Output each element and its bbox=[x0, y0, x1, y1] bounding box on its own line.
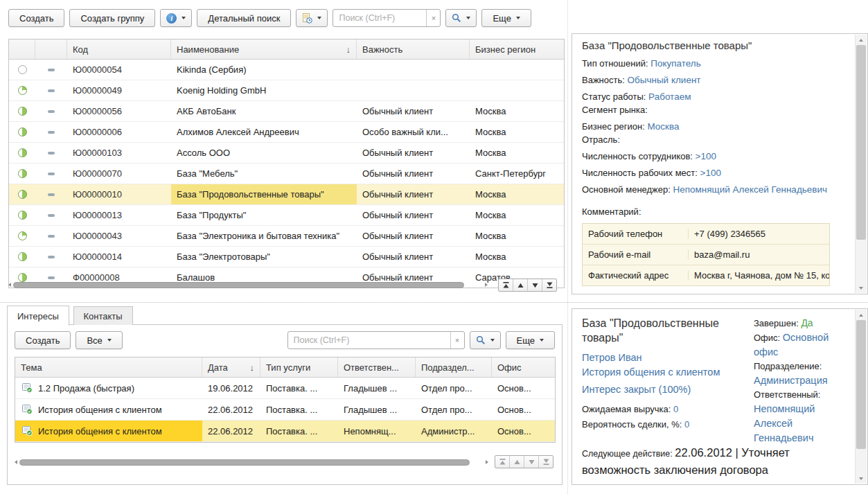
scroll-up-icon[interactable] bbox=[856, 310, 867, 320]
scroll-track[interactable] bbox=[856, 320, 867, 473]
sort-descending-icon: ↓ bbox=[250, 362, 255, 373]
service-cell: Поставка. ... bbox=[260, 399, 338, 420]
contact-row[interactable]: Рабочий телефон +7 (499) 2346565 bbox=[583, 224, 829, 245]
field-value-link[interactable]: Покупатель bbox=[650, 58, 701, 69]
field-value-link[interactable]: Обычный клиент bbox=[627, 75, 700, 85]
status-cell bbox=[9, 107, 35, 116]
table-row[interactable]: Ю00000014 База "Электротовары" Обычный к… bbox=[9, 247, 564, 267]
responsible-label: Ответственный: bbox=[754, 389, 820, 400]
more-button[interactable]: Еще bbox=[506, 331, 555, 349]
vertical-splitter[interactable] bbox=[567, 0, 568, 494]
go-last-button[interactable] bbox=[539, 456, 553, 468]
field-relation-type: Тип отношений: Покупатель bbox=[582, 58, 849, 69]
department-column-header[interactable]: Подраздел... bbox=[416, 358, 492, 377]
filter-all-button[interactable]: Все bbox=[76, 331, 122, 349]
field-value-link[interactable]: >100 bbox=[700, 168, 721, 178]
tab-interests[interactable]: Интересы bbox=[7, 306, 69, 326]
name-column-header[interactable]: Наименование ↓ bbox=[171, 39, 357, 59]
table-row[interactable]: Ю00000049 Koenig Holding GmbH bbox=[9, 80, 564, 101]
contact-person-link[interactable]: Петров Иван bbox=[582, 352, 642, 363]
table-row-selected[interactable]: История общения с клиентом 22.06.2012 По… bbox=[15, 421, 555, 442]
create-group-button[interactable]: Создать группу bbox=[69, 9, 155, 27]
create-interest-button[interactable]: Создать bbox=[15, 331, 71, 349]
responsible-value-link[interactable]: Непомнящий Алексей Геннадьевич bbox=[754, 403, 815, 443]
scroll-track[interactable] bbox=[856, 45, 867, 283]
code-cell: Ю00000103 bbox=[67, 148, 171, 158]
scroll-left-icon[interactable] bbox=[8, 283, 11, 287]
more-button[interactable]: Еще bbox=[481, 9, 531, 27]
interest-state-link[interactable]: Интерес закрыт (100%) bbox=[582, 384, 691, 395]
scroll-thumb[interactable] bbox=[19, 459, 470, 466]
table-row[interactable]: 1.2 Продажа (быстрая) 19.06.2012 Поставк… bbox=[15, 378, 555, 399]
code-column-header[interactable]: Код bbox=[67, 39, 171, 59]
table-row[interactable]: Ю00000054 Kikinda (Сербия) bbox=[9, 60, 564, 80]
go-first-button[interactable] bbox=[499, 279, 513, 291]
table-row[interactable]: История общения с клиентом 22.06.2012 По… bbox=[15, 399, 555, 421]
field-value-link[interactable]: >100 bbox=[696, 151, 716, 161]
go-up-button[interactable] bbox=[510, 456, 524, 468]
flag-cell bbox=[35, 214, 67, 217]
scroll-track[interactable] bbox=[19, 459, 484, 466]
expected-revenue-value[interactable]: 0 bbox=[673, 404, 678, 414]
tab-contacts[interactable]: Контакты bbox=[73, 306, 133, 325]
region-column-header[interactable]: Бизнес регион bbox=[470, 39, 564, 59]
horizontal-splitter[interactable] bbox=[0, 302, 868, 303]
office-column-header[interactable]: Офис bbox=[492, 358, 555, 377]
field-value-link[interactable]: Непомнящий Алексей Геннадьевич bbox=[673, 184, 827, 195]
report-split-button[interactable] bbox=[296, 9, 328, 27]
code-cell: Ю00000070 bbox=[67, 168, 171, 179]
flag-column-header[interactable] bbox=[35, 39, 67, 59]
table-row[interactable]: Ю00000103 Ассоль ООО Обычный клиент Моск… bbox=[9, 143, 564, 164]
clients-hscrollbar bbox=[8, 280, 488, 290]
date-column-header[interactable]: Дата ↓ bbox=[202, 358, 260, 377]
scroll-thumb[interactable] bbox=[13, 282, 464, 288]
go-up-button[interactable] bbox=[513, 279, 528, 291]
contact-row[interactable]: Фактический адрес Москва г, Чаянова, дом… bbox=[583, 265, 829, 285]
table-row[interactable]: Ю00000006 Алхимов Алексей Андреевич Особ… bbox=[9, 122, 564, 143]
importance-column-header[interactable]: Важность bbox=[357, 39, 470, 59]
scroll-thumb[interactable] bbox=[856, 320, 866, 449]
search-split-button[interactable] bbox=[470, 331, 501, 349]
service-column-header[interactable]: Тип услуги bbox=[260, 358, 338, 377]
table-row[interactable]: Ю00000056 АКБ АвтоБанк Обычный клиент Мо… bbox=[9, 101, 564, 122]
scroll-right-icon[interactable] bbox=[485, 283, 488, 287]
scroll-down-icon[interactable] bbox=[856, 473, 867, 484]
go-last-button[interactable] bbox=[542, 279, 556, 291]
table-row[interactable]: Ю00000043 База "Электроника и бытовая те… bbox=[9, 226, 564, 247]
table-row[interactable]: Ю00000013 База "Продукты" Обычный клиент… bbox=[9, 205, 564, 226]
field-value-link[interactable]: Работаем bbox=[648, 91, 691, 102]
contact-row[interactable]: Рабочий e-mail baza@mail.ru bbox=[583, 245, 829, 265]
status-quarter-icon bbox=[18, 86, 27, 95]
scroll-right-icon[interactable] bbox=[486, 460, 488, 464]
detailed-search-button[interactable]: Детальный поиск bbox=[197, 9, 291, 27]
search-input[interactable] bbox=[333, 10, 426, 26]
responsible-column-header[interactable]: Ответствен... bbox=[338, 358, 416, 377]
department-value-link[interactable]: Администрация bbox=[754, 375, 828, 386]
field-value-link[interactable]: Москва bbox=[647, 121, 679, 132]
clear-search-icon[interactable]: × bbox=[426, 10, 440, 26]
table-row[interactable]: Ю00000070 База "Мебель" Обычный клиент С… bbox=[9, 164, 564, 184]
scroll-down-icon[interactable] bbox=[856, 283, 867, 293]
search-input[interactable] bbox=[288, 332, 450, 349]
table-row-selected[interactable]: Ю00000010 База "Продовольственные товары… bbox=[9, 184, 564, 205]
scroll-left-icon[interactable] bbox=[15, 460, 17, 464]
field-label: Численность сотрудников: bbox=[582, 151, 693, 161]
go-down-button[interactable] bbox=[524, 456, 539, 468]
go-first-button[interactable] bbox=[495, 456, 510, 468]
scroll-track[interactable] bbox=[13, 282, 483, 288]
department-line: Подразделение: Администрация bbox=[754, 360, 849, 388]
create-button[interactable]: Создать bbox=[8, 9, 64, 27]
topic-column-header[interactable]: Тема bbox=[15, 358, 202, 377]
dossier-split-button[interactable]: i bbox=[160, 9, 192, 27]
deal-probability-value[interactable]: 0 bbox=[684, 419, 689, 430]
office-label: Офис: bbox=[754, 333, 780, 343]
status-column-header[interactable] bbox=[9, 39, 35, 59]
interest-topic-link[interactable]: История общения с клиентом bbox=[582, 367, 720, 378]
search-split-button[interactable] bbox=[445, 9, 477, 27]
scroll-up-icon[interactable] bbox=[856, 35, 867, 45]
scroll-thumb[interactable] bbox=[856, 45, 866, 240]
go-down-button[interactable] bbox=[528, 279, 542, 291]
region-cell: Москва bbox=[470, 189, 564, 200]
next-action-label: Следующее действие: bbox=[582, 449, 673, 459]
clear-search-icon[interactable]: × bbox=[450, 332, 464, 349]
